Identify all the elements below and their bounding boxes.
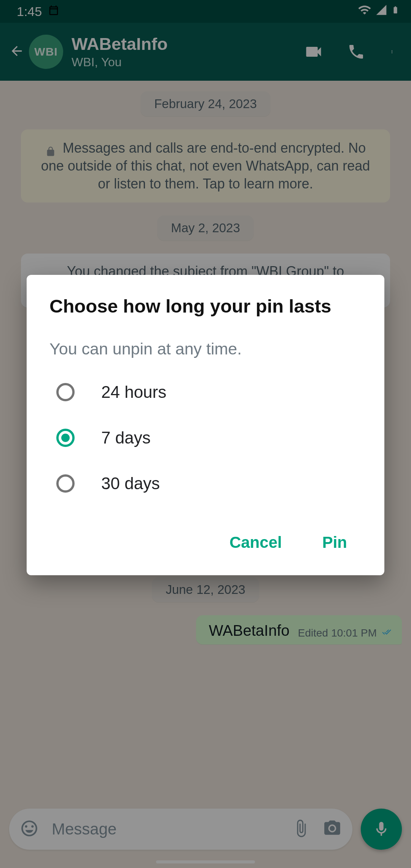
radio-icon [56, 383, 75, 401]
pin-option-30-days[interactable]: 30 days [56, 474, 362, 493]
dialog-title: Choose how long your pin lasts [49, 295, 362, 317]
option-label: 7 days [101, 428, 151, 447]
radio-icon [56, 429, 75, 447]
pin-confirm-button[interactable]: Pin [315, 527, 354, 558]
pin-duration-dialog: Choose how long your pin lasts You can u… [27, 275, 384, 575]
option-label: 24 hours [101, 383, 166, 402]
dialog-actions: Cancel Pin [49, 527, 362, 562]
pin-options: 24 hours 7 days 30 days [49, 383, 362, 493]
screen-root: 1:45 WBI WABetaInfo WBI, You [0, 0, 411, 868]
pin-option-24-hours[interactable]: 24 hours [56, 383, 362, 402]
pin-option-7-days[interactable]: 7 days [56, 428, 362, 447]
option-label: 30 days [101, 474, 160, 493]
cancel-button[interactable]: Cancel [223, 527, 289, 558]
radio-icon [56, 474, 75, 493]
dialog-subtitle: You can unpin at any time. [49, 340, 362, 358]
